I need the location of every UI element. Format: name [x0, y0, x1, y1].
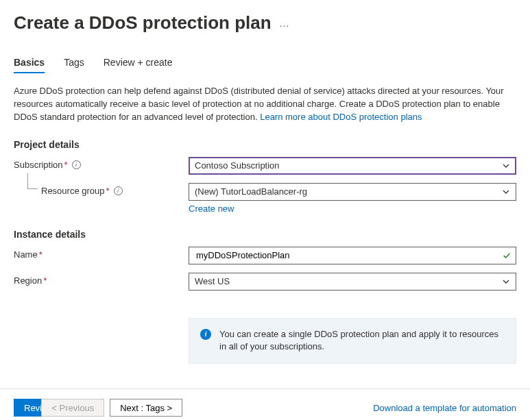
name-label: Name * — [14, 247, 189, 260]
info-icon[interactable]: i — [72, 160, 81, 169]
chevron-down-icon — [502, 188, 510, 196]
create-new-link[interactable]: Create new — [189, 203, 234, 214]
footer-bar: Review + create < Previous Next : Tags >… — [0, 388, 530, 420]
info-icon[interactable]: i — [114, 186, 123, 195]
required-asterisk: * — [39, 249, 43, 260]
required-asterisk: * — [43, 275, 47, 286]
chevron-down-icon — [502, 277, 510, 286]
check-icon — [502, 251, 511, 260]
info-callout-text: You can create a single DDoS protection … — [219, 328, 505, 354]
page-title: Create a DDoS protection plan — [14, 12, 272, 34]
next-button[interactable]: Next : Tags > — [110, 399, 182, 417]
resource-group-label: Resource group * i — [14, 183, 189, 196]
project-details-heading: Project details — [14, 139, 516, 150]
chevron-down-icon — [502, 162, 510, 170]
info-icon: i — [200, 329, 211, 340]
resource-group-select[interactable]: (New) TutorLoadBalancer-rg — [189, 183, 516, 201]
tab-strip: Basics Tags Review + create — [14, 57, 516, 74]
tab-review-create[interactable]: Review + create — [104, 57, 173, 73]
download-template-link[interactable]: Download a template for automation — [373, 403, 516, 413]
subscription-select[interactable]: Contoso Subscription — [189, 157, 516, 175]
required-asterisk: * — [64, 160, 68, 170]
instance-details-heading: Instance details — [14, 229, 516, 240]
required-asterisk: * — [106, 186, 110, 196]
page-header: Create a DDoS protection plan ··· — [14, 12, 516, 34]
tab-basics[interactable]: Basics — [14, 57, 45, 73]
region-select[interactable]: West US — [189, 273, 516, 291]
previous-button: < Previous — [41, 399, 104, 417]
learn-more-link[interactable]: Learn more about DDoS protection plans — [260, 112, 422, 122]
intro-text: Azure DDoS protection can help defend ag… — [14, 85, 516, 124]
subscription-label: Subscription * i — [14, 157, 189, 170]
info-callout: i You can create a single DDoS protectio… — [189, 318, 516, 365]
tab-tags[interactable]: Tags — [64, 57, 84, 73]
name-input[interactable] — [189, 247, 516, 264]
intro-body: Azure DDoS protection can help defend ag… — [14, 86, 504, 122]
ellipsis-icon[interactable]: ··· — [280, 16, 290, 31]
region-label: Region * — [14, 273, 189, 286]
